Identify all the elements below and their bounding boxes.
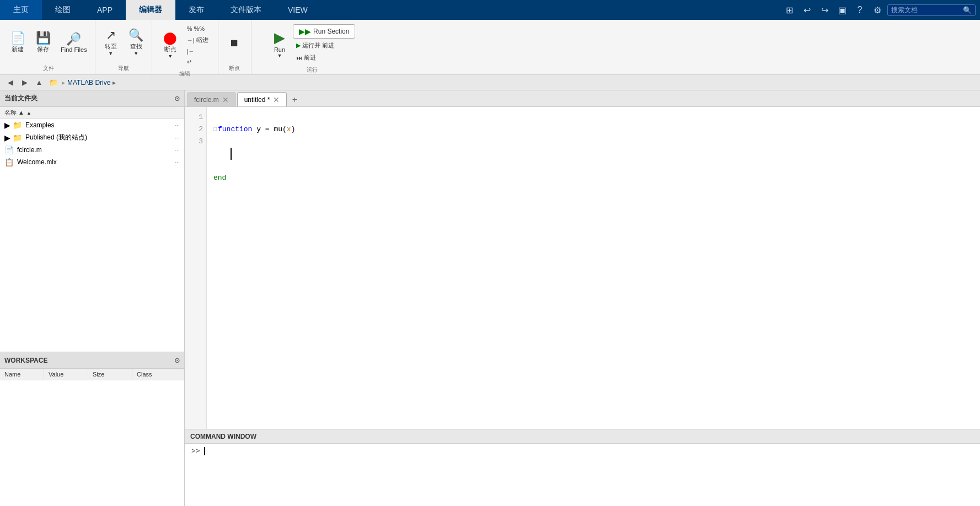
run-section-label: Run Section <box>313 28 349 35</box>
nav-up-button[interactable]: ▲ <box>33 77 45 89</box>
editor-tabs: fcircle.m ✕ untitled * ✕ + <box>185 90 980 107</box>
layout-icon[interactable]: ⊞ <box>781 2 797 18</box>
list-item[interactable]: ▶ 📁 Examples ··· <box>0 119 184 131</box>
tab-add-button[interactable]: + <box>288 93 301 106</box>
find-files-button[interactable]: 🔎 Find Files <box>56 31 92 55</box>
file-name: fcircle.m <box>17 146 175 154</box>
menu-app[interactable]: APP <box>84 0 126 20</box>
tab-untitled-label: untitled * <box>244 96 270 104</box>
run-section-icon: ▶▶ <box>299 27 311 36</box>
class-col: Class <box>132 369 184 380</box>
comment-button[interactable]: % %% <box>184 24 212 33</box>
file-more-icon[interactable]: ··· <box>175 147 180 153</box>
nav-folder-button[interactable]: 📁 <box>47 77 60 89</box>
menu-home[interactable]: 主页 <box>0 0 42 20</box>
find-button[interactable]: 🔍 查找 ▼ <box>124 27 148 58</box>
save-icon: 💾 <box>36 32 51 44</box>
tab-untitled-close[interactable]: ✕ <box>273 96 280 104</box>
collapse-icon-1[interactable]: □ <box>213 123 217 136</box>
run-button[interactable]: ▶ Run ▼ <box>269 26 291 62</box>
save-label: 保存 <box>37 45 49 53</box>
breadcrumb-separator2: ▸ <box>113 79 116 87</box>
menu-publish[interactable]: 发布 <box>175 0 217 20</box>
file-more-icon[interactable]: ··· <box>175 159 180 165</box>
run-advance-icon: ▶ <box>296 42 301 49</box>
outdent-button[interactable]: |← <box>184 47 212 56</box>
current-folder-header: 当前文件夹 ⊙ <box>0 90 184 107</box>
goto-icon: ↗ <box>106 29 116 41</box>
run-label: Run <box>274 46 285 53</box>
text-cursor <box>231 148 236 160</box>
breadcrumb-separator1: ▸ <box>62 79 65 87</box>
menu-plot[interactable]: 绘图 <box>42 0 84 20</box>
goto-label: 转至 <box>105 42 117 51</box>
file-name: Welcome.mlx <box>17 158 175 166</box>
file-more-icon[interactable]: ··· <box>175 122 180 128</box>
run-section-button[interactable]: ▶▶ Run Section <box>293 24 355 39</box>
advance-button[interactable]: ⏭ 前进 <box>293 52 355 63</box>
new-button[interactable]: 📄 新建 <box>6 30 30 56</box>
outdent-icon: |← <box>187 48 195 55</box>
file-more-icon[interactable]: ··· <box>175 134 180 141</box>
nav-forward-button[interactable]: ▶ <box>19 77 31 89</box>
code-content[interactable]: □function y = mu(x) end <box>207 107 980 429</box>
breadcrumb: ◀ ▶ ▲ 📁 ▸ MATLAB Drive ▸ <box>0 75 980 90</box>
workspace-settings-icon[interactable]: ⊙ <box>174 357 180 364</box>
ribbon-edit-group: ⬤ 断点 ▼ % %% →| 缩进 |← ↵ <box>152 20 218 74</box>
goto-button[interactable]: ↗ 转至 ▼ <box>99 27 123 58</box>
menu-view[interactable]: VIEW <box>275 0 321 20</box>
layout2-icon[interactable]: ▣ <box>834 2 850 18</box>
code-editor[interactable]: 1 2 3 □function y = mu(x) end <box>185 107 980 429</box>
line-number-3: 3 <box>188 136 203 148</box>
name-col-label: 名称 ▲ <box>4 109 24 117</box>
run-group-label: 运行 <box>307 65 318 74</box>
tab-fcircle[interactable]: fcircle.m ✕ <box>187 92 236 106</box>
menu-version[interactable]: 文件版本 <box>217 0 275 20</box>
mlx-file-icon: 📋 <box>4 158 14 166</box>
search-icon[interactable]: 🔍 <box>963 6 972 14</box>
command-prompt: >> <box>191 447 200 455</box>
menu-right-controls: ⊞ ↩ ↪ ▣ ? ⚙ 🔍 <box>781 0 980 20</box>
comment-icon: % <box>187 25 192 32</box>
code-var-x: x <box>287 123 291 136</box>
workspace-column-headers: Name Value Size Class <box>0 369 184 380</box>
menu-bar: 主页 绘图 APP 编辑器 发布 文件版本 VIEW ⊞ ↩ ↪ ▣ ? ⚙ 🔍 <box>0 0 980 20</box>
nav-back-button[interactable]: ◀ <box>4 77 17 89</box>
line-number-1: 1 <box>188 111 203 123</box>
list-item[interactable]: 📋 Welcome.mlx ··· <box>0 156 184 168</box>
settings-icon[interactable]: ⚙ <box>870 2 885 18</box>
ribbon: 📄 新建 💾 保存 🔎 Find Files 文件 ↗ 转至 ▼ 🔍 查 <box>0 20 980 75</box>
find-icon: 🔍 <box>128 29 143 41</box>
breadcrumb-drive[interactable]: MATLAB Drive <box>67 79 110 87</box>
folder-icon: ▶ 📁 <box>4 121 22 130</box>
breakpoint-big-button[interactable]: ⬤ 断点 ▼ <box>158 30 183 61</box>
run-advance-button[interactable]: ▶ 运行并 前进 <box>293 40 355 51</box>
find-files-icon: 🔎 <box>66 33 81 45</box>
file-name: Examples <box>25 121 175 129</box>
tab-fcircle-close[interactable]: ✕ <box>222 96 229 104</box>
command-body[interactable]: >> <box>185 444 980 506</box>
keyword-end: end <box>213 172 226 184</box>
wrap-button[interactable]: ↵ <box>184 57 212 67</box>
list-item[interactable]: 📄 fcircle.m ··· <box>0 144 184 156</box>
run-buttons: ▶ Run ▼ ▶▶ Run Section ▶ 运行并 前进 ⏭ 前 <box>269 22 356 65</box>
help-icon[interactable]: ? <box>852 2 867 18</box>
main-layout: 当前文件夹 ⊙ 名称 ▲ ▶ 📁 Examples ··· ▶ 📁 Publis… <box>0 90 980 506</box>
edit-buttons: ⬤ 断点 ▼ % %% →| 缩进 |← ↵ <box>158 22 212 69</box>
menu-editor[interactable]: 编辑器 <box>126 0 175 20</box>
left-panel: 当前文件夹 ⊙ 名称 ▲ ▶ 📁 Examples ··· ▶ 📁 Publis… <box>0 90 185 506</box>
tab-untitled[interactable]: untitled * ✕ <box>237 92 287 106</box>
code-line-3: end <box>213 172 973 184</box>
panel-settings-icon[interactable]: ⊙ <box>174 95 180 103</box>
wrap-icon: ↵ <box>187 58 192 66</box>
command-cursor <box>204 447 210 455</box>
undo-icon[interactable]: ↩ <box>799 2 815 18</box>
edit-small-btns: % %% →| 缩进 |← ↵ <box>184 24 212 67</box>
list-item[interactable]: ▶ 📁 Published (我的站点) ··· <box>0 131 184 144</box>
save-button[interactable]: 💾 保存 <box>31 30 55 56</box>
name-column-header[interactable]: 名称 ▲ <box>4 109 180 117</box>
indent-button[interactable]: →| 缩进 <box>184 35 212 45</box>
redo-icon[interactable]: ↪ <box>817 2 832 18</box>
breakpoint-set-button[interactable]: ⏹ <box>222 36 247 50</box>
search-input[interactable] <box>891 6 963 14</box>
